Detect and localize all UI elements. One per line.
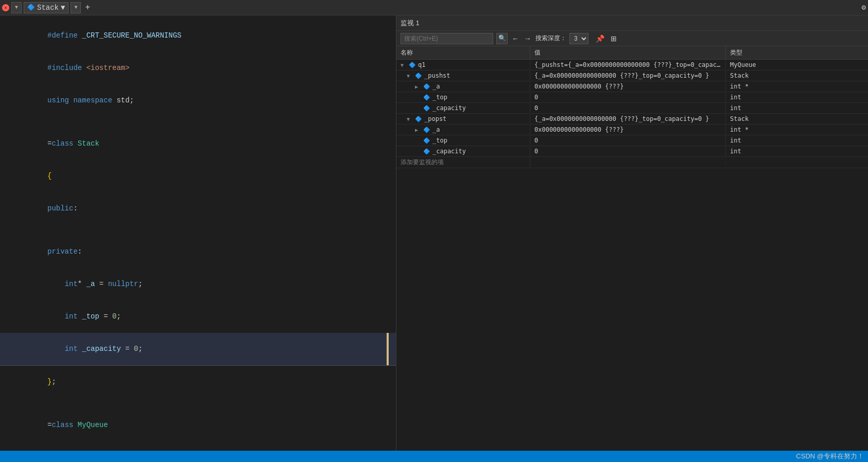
line-content-9: private:	[0, 236, 396, 268]
gear-icon: ⚙	[862, 4, 866, 12]
cell-type-popst-a: int *	[726, 125, 868, 134]
add-watch-label: 添加要监视的项	[401, 158, 444, 167]
var-name-q1: q1	[418, 61, 425, 68]
code-line-8	[0, 225, 396, 236]
line-content-13: };	[0, 366, 396, 398]
stack-dropdown[interactable]: 🔷 Stack ▼	[24, 2, 68, 13]
cell-name-popst-top: ▶ 🔷 _top	[396, 136, 530, 145]
line-content-15: =class MyQueue	[0, 409, 396, 441]
var-name-popst-capacity: _capacity	[432, 148, 466, 155]
watch-pane: 监视 1 🔍 ← → 搜索深度： 3 1 2 4 5 📌 ⊞ 名称 值	[396, 15, 868, 451]
add-watch-row[interactable]: 添加要监视的项	[396, 157, 868, 168]
var-name-popst-top: _top	[432, 137, 447, 144]
file-dropdown[interactable]: ▼	[11, 2, 22, 13]
close-button[interactable]: ✕	[2, 4, 9, 11]
code-area[interactable]: #define _CRT_SECURE_NO_WARNINGS #include…	[0, 15, 396, 451]
var-icon-popst-capacity: 🔷	[423, 148, 430, 155]
var-icon-popst-a: 🔷	[423, 127, 430, 133]
watch-table-header: 名称 值 类型	[396, 46, 868, 60]
watch-row-popst-a[interactable]: ▶ 🔷 _a 0x0000000000000000 {???} int *	[396, 125, 868, 135]
csdn-watermark: CSDN @专科在努力！	[796, 452, 864, 461]
line-content-16: {	[0, 441, 396, 451]
main-content: #define _CRT_SECURE_NO_WARNINGS #include…	[0, 15, 868, 451]
code-line-3: using namespace std;	[0, 84, 396, 117]
watch-row-pushst-top[interactable]: ▶ 🔷 _top 0 int	[396, 92, 868, 103]
search-button[interactable]: 🔍	[496, 33, 508, 44]
var-icon-pushst: 🔷	[415, 73, 422, 79]
depth-select[interactable]: 3 1 2 4 5	[569, 33, 588, 44]
watch-row-q1[interactable]: ▼ 🔷 q1 {_pushst={_a=0x0000000000000000 {…	[396, 60, 868, 70]
var-name-pushst: _pushst	[424, 72, 450, 79]
expand-pushst-a[interactable]: ▶	[415, 84, 421, 90]
add-icon: +	[85, 3, 90, 12]
settings-button[interactable]: ⚙	[862, 3, 866, 12]
code-line-11: int _top = 0;	[0, 300, 396, 333]
var-icon-pushst-a: 🔷	[423, 83, 430, 90]
cell-value-pushst: {_a=0x0000000000000000 {???}_top=0_capac…	[530, 71, 726, 80]
cell-value-pushst-capacity: 0	[530, 103, 726, 113]
watch-row-pushst[interactable]: ▼ 🔷 _pushst {_a=0x0000000000000000 {???}…	[396, 70, 868, 81]
line-content-2: #include <iostream>	[0, 52, 396, 84]
code-line-7: public:	[0, 192, 396, 225]
cell-type-pushst-capacity: int	[726, 103, 868, 113]
cell-name-popst-a: ▶ 🔷 _a	[396, 125, 530, 134]
var-icon-popst: 🔷	[415, 116, 422, 122]
line-content-8	[0, 225, 396, 236]
cell-name-pushst-a: ▶ 🔷 _a	[396, 82, 530, 91]
watch-row-popst-top[interactable]: ▶ 🔷 _top 0 int	[396, 135, 868, 146]
watch-row-pushst-capacity[interactable]: ▶ 🔷 _capacity 0 int	[396, 103, 868, 114]
code-line-15: =class MyQueue	[0, 409, 396, 441]
cell-add-value	[530, 162, 726, 164]
watch-columns-button[interactable]: ⊞	[609, 33, 619, 44]
depth-label: 搜索深度：	[535, 34, 566, 43]
expand-popst[interactable]: ▼	[407, 116, 413, 122]
code-line-2: #include <iostream>	[0, 52, 396, 84]
watch-row-popst[interactable]: ▼ 🔷 _popst {_a=0x0000000000000000 {???}_…	[396, 114, 868, 125]
cell-name-popst: ▼ 🔷 _popst	[396, 114, 530, 123]
var-name-popst-a: _a	[432, 126, 440, 133]
cell-type-popst: Stack	[726, 114, 868, 123]
line-content-4	[0, 117, 396, 128]
code-line-14	[0, 398, 396, 409]
nav-back-button[interactable]: ←	[511, 33, 520, 44]
var-name-pushst-a: _a	[432, 83, 440, 90]
watch-pin-button[interactable]: 📌	[594, 33, 606, 44]
nav-forward-button[interactable]: →	[523, 33, 532, 44]
var-icon-pushst-capacity: 🔷	[423, 105, 430, 112]
expand-pushst[interactable]: ▼	[407, 73, 413, 79]
cell-type-pushst-top: int	[726, 93, 868, 102]
line-content-5: =class Stack	[0, 128, 396, 160]
col-name-header: 名称	[396, 46, 530, 59]
code-line-13: };	[0, 366, 396, 398]
var-icon-popst-top: 🔷	[423, 137, 430, 144]
code-line-9: private:	[0, 236, 396, 268]
cell-value-q1: {_pushst={_a=0x0000000000000000 {???}_to…	[530, 60, 726, 69]
code-line-16: {	[0, 441, 396, 451]
search-input[interactable]	[401, 33, 493, 44]
watch-title: 监视 1	[401, 19, 420, 28]
watch-table[interactable]: ▼ 🔷 q1 {_pushst={_a=0x0000000000000000 {…	[396, 60, 868, 451]
add-watch-button[interactable]: +	[83, 3, 92, 12]
context-dropdown[interactable]: ▼	[71, 2, 81, 13]
stack-icon: 🔷	[27, 4, 35, 11]
cell-value-popst-capacity: 0	[530, 147, 726, 156]
expand-popst-a[interactable]: ▶	[415, 127, 421, 133]
col-value-header: 值	[530, 46, 726, 59]
watch-row-popst-capacity[interactable]: ▶ 🔷 _capacity 0 int	[396, 146, 868, 157]
code-line-12: int _capacity = 0;	[0, 333, 396, 366]
watch-row-pushst-a[interactable]: ▶ 🔷 _a 0x0000000000000000 {???} int *	[396, 81, 868, 92]
code-line-6: {	[0, 160, 396, 192]
status-bar: CSDN @专科在努力！	[0, 451, 868, 462]
line-content-11: int _top = 0;	[0, 300, 396, 333]
expand-q1[interactable]: ▼	[401, 62, 407, 68]
cell-value-popst-top: 0	[530, 136, 726, 145]
cell-type-pushst: Stack	[726, 71, 868, 80]
line-content-7: public:	[0, 192, 396, 225]
cell-name-pushst: ▼ 🔷 _pushst	[396, 71, 530, 80]
stack-label: Stack	[37, 4, 59, 12]
line-content-10: int* _a = nullptr;	[0, 268, 396, 300]
watch-toolbar-icons: 📌 ⊞	[594, 33, 619, 44]
cell-name-q1: ▼ 🔷 q1	[396, 60, 530, 69]
code-line-5: =class Stack	[0, 128, 396, 160]
var-name-pushst-capacity: _capacity	[432, 104, 466, 112]
